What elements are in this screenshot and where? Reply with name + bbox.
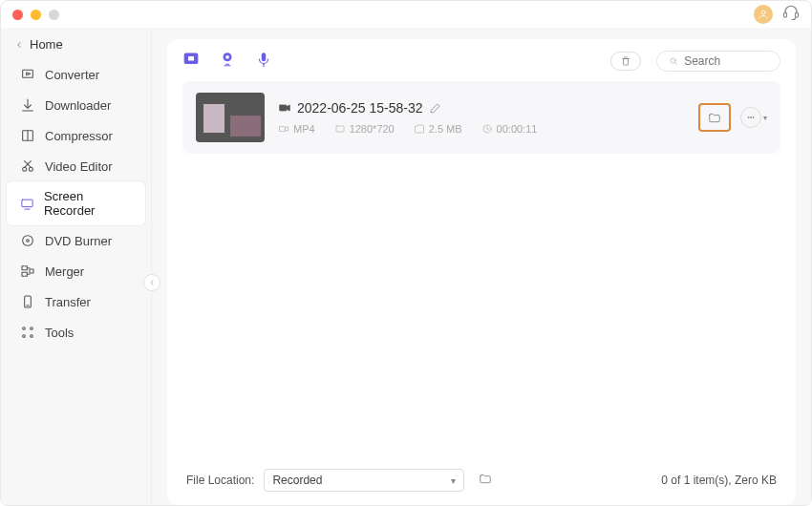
svg-rect-12 bbox=[22, 272, 27, 276]
window-controls[interactable] bbox=[12, 10, 59, 20]
svg-point-0 bbox=[761, 11, 765, 14]
sidebar-item-tools[interactable]: Tools bbox=[7, 317, 145, 348]
recording-title: 2022-06-25 15-58-32 bbox=[297, 100, 423, 116]
compressor-icon bbox=[20, 128, 35, 143]
search-box[interactable] bbox=[656, 51, 780, 72]
svg-rect-11 bbox=[22, 266, 27, 270]
svg-point-25 bbox=[671, 58, 675, 63]
svg-point-15 bbox=[23, 327, 26, 330]
video-editor-icon bbox=[20, 158, 35, 174]
sidebar-item-dvd-burner[interactable]: DVD Burner bbox=[7, 225, 145, 256]
recording-duration: 00:00:11 bbox=[497, 123, 538, 135]
more-actions-button[interactable] bbox=[740, 107, 761, 128]
open-folder-button[interactable] bbox=[698, 103, 731, 132]
sidebar: Home Converter Downloader Compressor Vid… bbox=[1, 28, 152, 505]
format-icon bbox=[278, 123, 289, 135]
svg-point-22 bbox=[225, 55, 229, 59]
svg-marker-29 bbox=[286, 127, 288, 132]
support-icon[interactable] bbox=[782, 4, 800, 25]
sidebar-item-label: Tools bbox=[45, 326, 74, 340]
file-location-label: File Location: bbox=[186, 474, 254, 487]
recording-resolution: 1280*720 bbox=[350, 123, 395, 135]
sidebar-item-transfer[interactable]: Transfer bbox=[7, 286, 145, 317]
minimize-window-icon[interactable] bbox=[31, 10, 41, 20]
sidebar-item-label: Transfer bbox=[45, 295, 91, 309]
sidebar-item-label: DVD Burner bbox=[45, 234, 112, 248]
svg-rect-26 bbox=[280, 105, 287, 111]
svg-point-33 bbox=[751, 117, 752, 118]
video-icon bbox=[278, 101, 291, 115]
sidebar-item-label: Compressor bbox=[45, 129, 113, 143]
footer-status: 0 of 1 item(s), Zero KB bbox=[661, 474, 777, 487]
merger-icon bbox=[20, 264, 35, 279]
svg-rect-30 bbox=[336, 126, 344, 132]
svg-point-18 bbox=[31, 335, 33, 338]
duration-icon bbox=[481, 123, 493, 135]
svg-rect-8 bbox=[22, 200, 32, 206]
transfer-icon bbox=[20, 294, 35, 309]
svg-marker-4 bbox=[27, 73, 31, 75]
downloader-icon bbox=[20, 97, 35, 113]
maximize-window-icon[interactable] bbox=[49, 10, 59, 20]
size-icon bbox=[414, 123, 425, 135]
svg-point-17 bbox=[23, 335, 26, 338]
svg-point-34 bbox=[753, 117, 754, 118]
sidebar-item-downloader[interactable]: Downloader bbox=[7, 90, 145, 120]
svg-rect-23 bbox=[262, 53, 267, 61]
sidebar-item-label: Merger bbox=[45, 264, 84, 279]
sidebar-item-label: Screen Recorder bbox=[44, 189, 132, 218]
svg-marker-27 bbox=[287, 105, 290, 111]
svg-rect-28 bbox=[280, 127, 286, 132]
svg-point-7 bbox=[29, 167, 32, 171]
delete-button[interactable] bbox=[610, 52, 641, 71]
sidebar-item-compressor[interactable]: Compressor bbox=[7, 120, 145, 151]
rename-icon[interactable] bbox=[429, 101, 442, 115]
resolution-icon bbox=[334, 123, 346, 135]
svg-rect-20 bbox=[188, 56, 194, 61]
close-window-icon[interactable] bbox=[12, 10, 23, 20]
tools-icon bbox=[20, 325, 35, 340]
record-screen-icon[interactable] bbox=[182, 51, 200, 72]
search-input[interactable] bbox=[684, 54, 768, 68]
sidebar-item-merger[interactable]: Merger bbox=[7, 256, 145, 286]
toolbar bbox=[167, 39, 796, 81]
search-icon bbox=[669, 55, 678, 67]
record-audio-icon[interactable] bbox=[255, 51, 272, 72]
svg-point-16 bbox=[31, 327, 33, 330]
recording-size: 2.5 MB bbox=[429, 123, 462, 135]
svg-point-6 bbox=[23, 167, 27, 171]
recording-row[interactable]: 2022-06-25 15-58-32 MP4 1280*720 2.5 MB … bbox=[182, 81, 780, 154]
chevron-down-icon[interactable]: ▾ bbox=[763, 114, 767, 122]
sidebar-item-screen-recorder[interactable]: Screen Recorder bbox=[7, 181, 145, 225]
svg-point-10 bbox=[27, 240, 30, 242]
svg-rect-24 bbox=[624, 59, 629, 66]
chevron-down-icon: ▾ bbox=[451, 475, 456, 486]
file-location-select[interactable]: Recorded ▾ bbox=[264, 469, 464, 492]
record-webcam-icon[interactable] bbox=[219, 51, 236, 72]
svg-rect-3 bbox=[23, 70, 33, 77]
svg-point-32 bbox=[748, 117, 749, 118]
sidebar-item-label: Video Editor bbox=[45, 159, 113, 174]
svg-rect-13 bbox=[30, 269, 33, 273]
file-location-value: Recorded bbox=[272, 474, 322, 487]
browse-folder-button[interactable] bbox=[478, 472, 493, 489]
home-link[interactable]: Home bbox=[1, 32, 151, 59]
sidebar-item-converter[interactable]: Converter bbox=[7, 59, 145, 90]
converter-icon bbox=[20, 67, 35, 82]
sidebar-item-label: Converter bbox=[45, 68, 99, 82]
recording-format: MP4 bbox=[293, 123, 315, 135]
svg-point-9 bbox=[23, 236, 33, 246]
recording-thumbnail[interactable] bbox=[196, 93, 265, 142]
screen-recorder-icon bbox=[20, 196, 34, 211]
dvd-burner-icon bbox=[20, 233, 35, 248]
sidebar-item-label: Downloader bbox=[45, 98, 111, 113]
sidebar-collapse-toggle[interactable] bbox=[143, 274, 160, 291]
sidebar-item-video-editor[interactable]: Video Editor bbox=[7, 151, 145, 181]
home-label: Home bbox=[30, 37, 63, 52]
account-avatar[interactable] bbox=[754, 5, 773, 24]
